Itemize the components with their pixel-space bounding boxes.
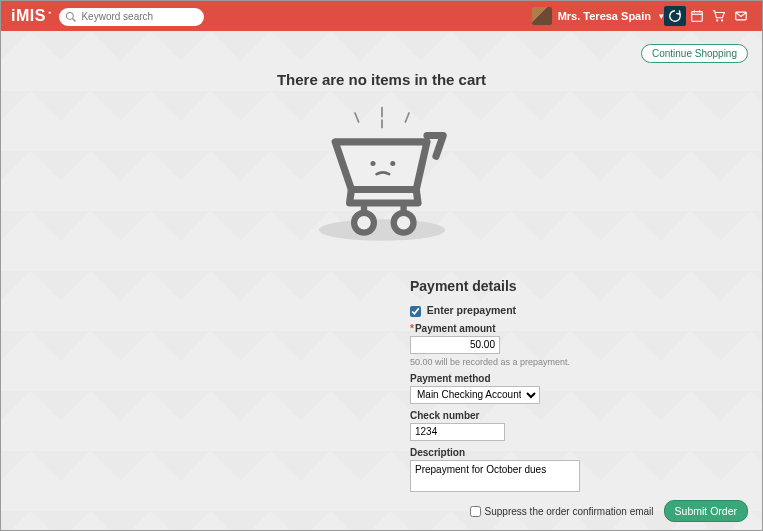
user-menu[interactable]: Mrs. Teresa Spain ▾ [532, 7, 664, 25]
svg-point-17 [393, 213, 413, 233]
payment-amount-label: *Payment amount [410, 323, 650, 334]
check-number-label: Check number [410, 410, 650, 421]
svg-point-7 [721, 19, 723, 21]
payment-method-label: Payment method [410, 373, 650, 384]
empty-cart-title: There are no items in the cart [15, 71, 748, 88]
prepayment-note: 50.00 will be recorded as a prepayment. [410, 357, 650, 367]
avatar [532, 7, 552, 25]
svg-point-15 [390, 161, 395, 166]
logo: iMIS [11, 7, 49, 25]
search-icon [65, 9, 77, 21]
svg-line-13 [405, 113, 409, 122]
enter-prepayment-checkbox[interactable] [410, 306, 421, 317]
suppress-email-row: Suppress the order confirmation email [470, 506, 654, 517]
svg-point-6 [716, 19, 718, 21]
continue-shopping-button[interactable]: Continue Shopping [641, 44, 748, 63]
mail-button[interactable] [730, 6, 752, 26]
svg-rect-2 [692, 12, 703, 22]
payment-title: Payment details [410, 278, 650, 294]
svg-point-9 [319, 219, 445, 241]
cart-button[interactable] [708, 6, 730, 26]
check-number-input[interactable] [410, 423, 505, 441]
svg-line-1 [73, 18, 76, 21]
calendar-button[interactable] [686, 6, 708, 26]
suppress-email-checkbox[interactable] [470, 506, 481, 517]
content: Continue Shopping There are no items in … [1, 31, 762, 531]
svg-point-0 [67, 12, 74, 19]
payment-amount-input[interactable] [410, 336, 500, 354]
top-bar: iMIS Mrs. Teresa Spain ▾ [1, 1, 762, 31]
suppress-email-label: Suppress the order confirmation email [485, 506, 654, 517]
svg-point-14 [370, 161, 375, 166]
description-label: Description [410, 447, 650, 458]
empty-cart-icon [292, 104, 472, 248]
svg-line-10 [355, 113, 359, 122]
footer: Suppress the order confirmation email Su… [15, 500, 748, 522]
search-wrap [59, 6, 204, 26]
payment-details: Payment details Enter prepayment *Paymen… [410, 278, 650, 494]
description-input[interactable] [410, 460, 580, 492]
user-name: Mrs. Teresa Spain [558, 10, 651, 22]
search-input[interactable] [59, 8, 204, 26]
svg-point-16 [354, 213, 374, 233]
enter-prepayment-label: Enter prepayment [427, 304, 516, 316]
refresh-button[interactable] [664, 6, 686, 26]
enter-prepayment-row: Enter prepayment [410, 304, 650, 317]
payment-method-select[interactable]: Main Checking Account [410, 386, 540, 404]
submit-order-button[interactable]: Submit Order [664, 500, 748, 522]
